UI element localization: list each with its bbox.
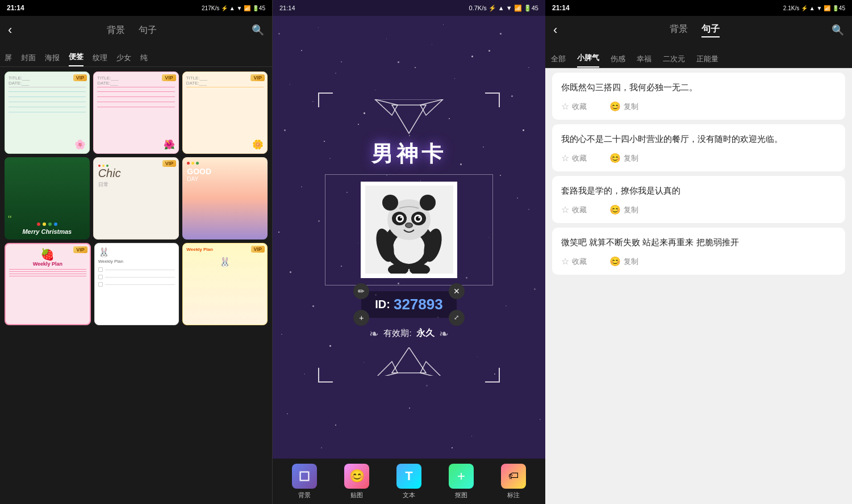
cat-screen[interactable]: 屏 [5,53,12,66]
chic-sub-text: 日常 [98,181,174,188]
sub-cat-anime[interactable]: 二次元 [663,54,685,68]
note-line [9,96,86,97]
vip-badge: VIP [73,246,87,253]
bottom-bow-deco [325,347,493,376]
christmas-text: Merry Christmas [22,228,72,235]
grid-item-good-day[interactable]: GOOD DAY [182,157,268,240]
left-search-icon[interactable]: 🔍 [252,24,264,36]
left-category-bar: 屏 封面 海报 便签 纹理 少女 纯 [0,44,272,67]
edit-button[interactable]: ✏ [353,283,369,299]
weekly-white-title: Weekly Plan [98,259,176,264]
grid-item-weekly-white[interactable]: 🐰 Weekly Plan [94,243,179,325]
right-back-button[interactable]: ‹ [553,23,557,37]
corner-tr [485,93,500,107]
right-nav-tabs: 背景 句子 [569,23,820,37]
grid-item-weekly-orange[interactable]: Weekly Plan 🐰 VIP [182,243,268,325]
validity-section: ❧ 有效期: 永久 ❧ [325,324,493,344]
bg-icon-svg [298,470,311,482]
wp-line [9,269,86,270]
svg-marker-0 [392,105,426,133]
copy-btn-3[interactable]: 😊 复制 [609,204,638,215]
note-line [97,102,174,102]
collect-btn-4[interactable]: ☆ 收藏 [561,256,587,267]
card-photo-frame [361,182,457,278]
collect-label-3: 收藏 [572,205,587,215]
left-nav-tabs: 背景 句子 [23,24,240,36]
note-line [9,112,86,112]
grid-item-green-note[interactable]: TITLE:___DATE:___ 🌸 VIP [5,72,90,154]
collect-btn-2[interactable]: ☆ 收藏 [561,153,587,163]
sub-cat-positive[interactable]: 正能量 [696,54,719,68]
text-tool-icon: T [396,464,421,489]
sub-cat-happy[interactable]: 幸福 [637,54,651,68]
validity-value: 永久 [416,327,435,339]
left-grid: TITLE:___DATE:___ 🌸 VIP TITLE:___DATE:__… [0,67,272,504]
right-tab-background[interactable]: 背景 [670,23,688,37]
sentence-actions-4: ☆ 收藏 😊 复制 [561,256,836,267]
flower-deco: 🌸 [74,139,86,150]
id-section-wrapper: ✏ ✕ ID: 327893 + ⤢ [325,291,493,318]
copy-btn-4[interactable]: 😊 复制 [609,256,638,267]
sub-cat-spunky[interactable]: 小脾气 [577,53,599,68]
copy-icon-1: 😊 [609,101,621,112]
ww-line-row [98,267,176,272]
grid-item-weekly-pink[interactable]: 🍓 Weekly Plan VIP [5,243,91,325]
cat-pure[interactable]: 纯 [140,53,148,66]
cat-texture[interactable]: 纹理 [93,53,107,66]
add-button[interactable]: + [353,310,369,326]
sentence-text-2: 我的心不是二十四小时营业的餐厅，没有随时的欢迎光临。 [561,132,836,146]
flower-deco: 🌼 [252,139,264,150]
cat-sticker[interactable]: 便签 [69,52,83,66]
weekly-orange-icon: 🐰 [186,257,264,267]
close-button[interactable]: ✕ [449,283,465,299]
grid-item-pink-note[interactable]: TITLE:___DATE:___ 🌺 VIP [93,72,178,154]
left-panel: 21:14 217K/s ⚡ ▲ ▼ 📶 🔋45 ‹ 背景 句子 🔍 屏 封面 … [0,0,273,504]
svg-point-18 [382,195,398,211]
collect-btn-3[interactable]: ☆ 收藏 [561,204,587,215]
ww-text-line [105,284,176,285]
left-back-button[interactable]: ‹ [8,23,12,37]
copy-btn-2[interactable]: 😊 复制 [609,153,638,163]
right-tab-sentences[interactable]: 句子 [701,23,720,37]
tab-background[interactable]: 背景 [107,24,125,36]
left-status-icons: 217K/s ⚡ ▲ ▼ 📶 🔋45 [202,5,265,11]
tool-text[interactable]: T 文本 [396,464,421,499]
grid-item-chic[interactable]: Chic 日常 VIP [93,157,179,240]
tool-label[interactable]: 🏷 标注 [501,464,526,499]
wp-line [9,274,86,274]
tool-sticker[interactable]: 😊 贴图 [344,464,369,499]
ww-text-line [105,270,176,270]
copy-icon-3: 😊 [609,204,621,215]
grid-item-christmas[interactable]: Merry Christmas " [5,157,90,240]
cat-cover[interactable]: 封面 [21,53,36,66]
cat-poster[interactable]: 海报 [45,53,60,66]
right-search-icon[interactable]: 🔍 [832,24,844,36]
note-line [97,91,174,92]
copy-label-3: 复制 [624,205,638,215]
flower-deco: 🌺 [164,139,175,150]
id-section: ✏ ✕ ID: 327893 + ⤢ [361,291,456,318]
grid-item-orange-note[interactable]: TITLE:___DATE:___ 🌼 VIP [182,72,268,154]
weekly-white-lines [98,267,176,287]
chic-main-text: Chic [98,167,174,180]
tool-background[interactable]: 背景 [292,464,317,499]
weekly-lines [9,269,86,276]
note-line [97,107,174,107]
id-value: 327893 [394,296,443,313]
collect-btn-1[interactable]: ☆ 收藏 [561,101,587,112]
right-panel: 21:14 2.1K/s ⚡ ▲ ▼ 📶 🔋45 ‹ 背景 句子 🔍 全部 小脾… [545,0,852,504]
tab-sentences-nav[interactable]: 句子 [139,24,157,36]
ww-line-row [98,282,176,287]
expand-button[interactable]: ⤢ [449,310,465,326]
sub-cat-all[interactable]: 全部 [551,54,566,68]
cat-girl[interactable]: 少女 [116,53,131,66]
sub-category-bar: 全部 小脾气 伤感 幸福 二次元 正能量 [545,44,852,68]
bow-svg [369,99,449,136]
gd-dot [187,162,190,165]
copy-btn-1[interactable]: 😊 复制 [609,101,638,112]
tool-crop[interactable]: + 抠图 [449,464,474,499]
star-icon: ☆ [561,101,569,112]
sub-cat-sad[interactable]: 伤感 [611,54,625,68]
grid-row-3: 🍓 Weekly Plan VIP 🐰 Weekly Plan [5,243,268,325]
deco-left: ❧ [369,327,379,341]
